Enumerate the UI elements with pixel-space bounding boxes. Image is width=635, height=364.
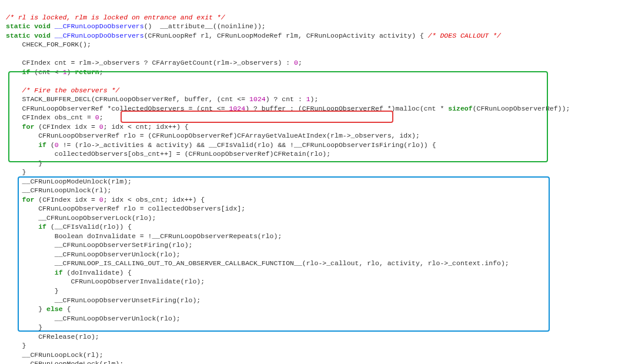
- code: != (rlo->_activities & activity) && __CF…: [59, 141, 436, 149]
- code: __CFRunLoopLock(rl);: [6, 351, 103, 359]
- code: [6, 68, 22, 76]
- code: ; idx < cnt; idx++) {: [103, 123, 189, 131]
- number: 0: [95, 113, 99, 121]
- number: 1: [306, 95, 310, 103]
- code: (: [46, 141, 55, 149]
- code: ) ? cnt :: [266, 95, 306, 103]
- code: __CFRunLoopObserverLock(rlo);: [6, 214, 156, 222]
- code: (__CFIsValid(rlo)) {: [46, 223, 132, 231]
- code: () __attribute__((noinline));: [144, 22, 266, 30]
- number: 1024: [229, 105, 246, 112]
- code: STACK_BUFFER_DECL(CFRunLoopObserverRef, …: [6, 95, 249, 103]
- code: __CFRunLoopModeLock(rlm);: [6, 360, 123, 364]
- code: __CFRunLoopObserverUnlock(rlo);: [6, 315, 181, 322]
- comment: /* rl is locked, rlm is locked on entran…: [6, 14, 225, 21]
- kw-if: if: [38, 141, 46, 149]
- kw-if: if: [38, 223, 46, 231]
- code: (CFIndex idx =: [34, 123, 99, 131]
- code: [6, 123, 22, 131]
- code: __CFRunLoopObserverSetFiring(rlo);: [6, 241, 192, 249]
- code: }: [6, 159, 42, 167]
- code: ;: [99, 113, 103, 121]
- code: ) ? buffer : (CFRunLoopObserverRef *)mal…: [245, 105, 448, 112]
- kw-sizeof: sizeof: [448, 105, 472, 112]
- number: 0: [294, 59, 298, 66]
- code: );: [310, 95, 319, 103]
- code: ; idx < obs_cnt; idx++) {: [103, 196, 205, 203]
- code: CFIndex cnt = rlm->_observers ? CFArrayG…: [6, 59, 294, 66]
- code: [6, 141, 38, 149]
- code: ;: [99, 68, 103, 76]
- code: }: [6, 168, 26, 176]
- code: Boolean doInvalidate = !__CFRunLoopObser…: [6, 232, 282, 240]
- highlight-red-box: [121, 111, 393, 123]
- code-block: /* rl is locked, rlm is locked on entran…: [0, 0, 635, 364]
- code: collectedObservers[obs_cnt++] = (CFRunLo…: [6, 150, 330, 158]
- code: __CFRUNLOOP_IS_CALLING_OUT_TO_AN_OBSERVE…: [6, 259, 509, 267]
- kw-if: if: [55, 269, 63, 276]
- code: (doInvalidate) {: [63, 269, 132, 276]
- code: }: [6, 323, 42, 331]
- code: __CFRunLoopModeUnlock(rlm);: [6, 178, 132, 185]
- kw-static-void: static void: [6, 22, 51, 30]
- code: (CFIndex idx =: [34, 196, 99, 203]
- kw-for: for: [22, 123, 35, 131]
- kw-static-void: static void: [6, 32, 51, 39]
- code: CFIndex obs_cnt =: [6, 113, 95, 121]
- kw-return: return: [75, 68, 99, 76]
- code: [6, 269, 55, 276]
- code: }: [6, 305, 46, 313]
- comment: /* Fire the observers */: [6, 86, 119, 94]
- code: [6, 223, 38, 231]
- kw-if: if: [22, 68, 31, 76]
- code: __CFRunLoopUnlock(rl);: [6, 186, 111, 194]
- code: ): [67, 68, 75, 76]
- comment: /* DOES CALLOUT */: [428, 32, 501, 39]
- fn-name: __CFRunLoopDoObservers: [55, 22, 144, 30]
- code: (CFRunLoopObserverRef));: [473, 105, 570, 112]
- code: CFRunLoopObserverRef *collectedObservers…: [6, 105, 229, 112]
- number: 0: [99, 123, 103, 131]
- number: 1024: [249, 95, 266, 103]
- code: CFRunLoopObserverRef rlo = collectedObse…: [6, 205, 245, 212]
- code: }: [6, 287, 59, 295]
- code: CFRelease(rlo);: [6, 333, 99, 340]
- code: (CFRunLoopRef rl, CFRunLoopModeRef rlm, …: [144, 32, 428, 39]
- kw-else: else: [46, 305, 63, 313]
- code: CFRunLoopObserverRef rlo = (CFRunLoopObs…: [6, 132, 420, 139]
- code: }: [6, 342, 26, 349]
- number: 0: [99, 196, 103, 203]
- code: CFRunLoopObserverInvalidate(rlo);: [6, 278, 205, 285]
- fn-name: __CFRunLoopDoObservers: [55, 32, 144, 39]
- code: (cnt <: [30, 68, 62, 76]
- code: __CFRunLoopObserverUnsetFiring(rlo);: [6, 296, 200, 304]
- kw-for: for: [22, 196, 35, 203]
- code: [6, 196, 22, 203]
- code: __CFRunLoopObserverUnlock(rlo);: [6, 251, 181, 258]
- number: 1: [63, 68, 67, 76]
- code: {: [63, 305, 71, 313]
- number: 0: [55, 141, 59, 149]
- code: CHECK_FOR_FORK();: [6, 41, 91, 48]
- code: ;: [298, 59, 302, 66]
